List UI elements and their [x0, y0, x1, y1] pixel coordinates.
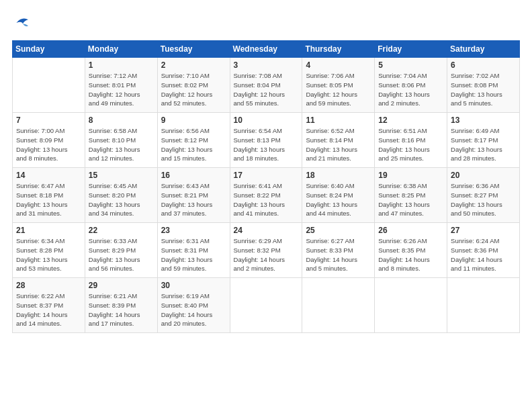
day-number: 22: [89, 226, 154, 235]
calendar-cell: [13, 58, 85, 113]
day-info: Sunrise: 6:41 AMSunset: 8:22 PMDaylight:…: [234, 181, 299, 218]
day-info: Sunrise: 7:04 AMSunset: 8:06 PMDaylight:…: [378, 71, 443, 108]
calendar-cell: 14Sunrise: 6:47 AMSunset: 8:18 PMDayligh…: [13, 168, 85, 223]
calendar-cell: 24Sunrise: 6:29 AMSunset: 8:32 PMDayligh…: [230, 223, 302, 278]
day-number: 10: [234, 116, 299, 125]
calendar-cell: 13Sunrise: 6:49 AMSunset: 8:17 PMDayligh…: [447, 113, 520, 168]
day-info: Sunrise: 6:21 AMSunset: 8:39 PMDaylight:…: [89, 291, 154, 328]
day-info: Sunrise: 6:31 AMSunset: 8:31 PMDaylight:…: [161, 236, 226, 273]
calendar-cell: 18Sunrise: 6:40 AMSunset: 8:24 PMDayligh…: [302, 168, 375, 223]
day-info: Sunrise: 7:10 AMSunset: 8:02 PMDaylight:…: [161, 71, 226, 108]
logo-icon: [12, 12, 34, 34]
day-number: 12: [378, 116, 443, 125]
day-number: 26: [378, 226, 443, 235]
day-number: 14: [16, 171, 81, 180]
page: SundayMondayTuesdayWednesdayThursdayFrid…: [0, 0, 532, 340]
calendar-cell: 25Sunrise: 6:27 AMSunset: 8:33 PMDayligh…: [302, 223, 375, 278]
calendar-cell: 30Sunrise: 6:19 AMSunset: 8:40 PMDayligh…: [157, 278, 230, 333]
day-number: 8: [89, 116, 154, 125]
calendar-cell: 22Sunrise: 6:33 AMSunset: 8:29 PMDayligh…: [85, 223, 157, 278]
day-info: Sunrise: 6:52 AMSunset: 8:14 PMDaylight:…: [306, 126, 371, 163]
day-info: Sunrise: 6:26 AMSunset: 8:35 PMDaylight:…: [378, 236, 443, 273]
day-info: Sunrise: 6:38 AMSunset: 8:25 PMDaylight:…: [378, 181, 443, 218]
day-info: Sunrise: 6:27 AMSunset: 8:33 PMDaylight:…: [306, 236, 371, 273]
calendar-cell: 23Sunrise: 6:31 AMSunset: 8:31 PMDayligh…: [157, 223, 230, 278]
calendar-cell: [230, 278, 302, 333]
calendar-cell: 8Sunrise: 6:58 AMSunset: 8:10 PMDaylight…: [85, 113, 157, 168]
day-number: 25: [306, 226, 371, 235]
day-info: Sunrise: 7:08 AMSunset: 8:04 PMDaylight:…: [234, 71, 299, 108]
header-day-sunday: Sunday: [13, 41, 85, 58]
day-number: 16: [161, 171, 226, 180]
day-number: 11: [306, 116, 371, 125]
day-number: 28: [16, 281, 81, 290]
header-row: SundayMondayTuesdayWednesdayThursdayFrid…: [13, 41, 520, 58]
header-day-saturday: Saturday: [447, 41, 520, 58]
day-number: 4: [306, 60, 371, 70]
calendar-cell: 27Sunrise: 6:24 AMSunset: 8:36 PMDayligh…: [447, 223, 520, 278]
calendar-cell: 11Sunrise: 6:52 AMSunset: 8:14 PMDayligh…: [302, 113, 375, 168]
header-day-monday: Monday: [85, 41, 157, 58]
calendar-cell: 12Sunrise: 6:51 AMSunset: 8:16 PMDayligh…: [375, 113, 447, 168]
calendar-cell: [302, 278, 375, 333]
calendar-cell: 29Sunrise: 6:21 AMSunset: 8:39 PMDayligh…: [85, 278, 157, 333]
day-number: 13: [451, 116, 516, 125]
day-info: Sunrise: 6:33 AMSunset: 8:29 PMDaylight:…: [89, 236, 154, 273]
day-number: 27: [451, 226, 516, 235]
day-info: Sunrise: 6:36 AMSunset: 8:27 PMDaylight:…: [451, 181, 516, 218]
day-number: 24: [234, 226, 299, 235]
day-number: 2: [161, 60, 226, 70]
header-day-tuesday: Tuesday: [157, 41, 230, 58]
day-info: Sunrise: 6:51 AMSunset: 8:16 PMDaylight:…: [378, 126, 443, 163]
day-number: 19: [378, 171, 443, 180]
day-info: Sunrise: 7:00 AMSunset: 8:09 PMDaylight:…: [16, 126, 81, 163]
day-info: Sunrise: 6:29 AMSunset: 8:32 PMDaylight:…: [234, 236, 299, 273]
calendar-body: 1Sunrise: 7:12 AMSunset: 8:01 PMDaylight…: [13, 58, 520, 333]
day-info: Sunrise: 6:34 AMSunset: 8:28 PMDaylight:…: [16, 236, 81, 273]
day-number: 5: [378, 60, 443, 70]
day-number: 1: [89, 60, 154, 70]
header-day-friday: Friday: [375, 41, 447, 58]
day-info: Sunrise: 6:45 AMSunset: 8:20 PMDaylight:…: [89, 181, 154, 218]
day-info: Sunrise: 6:22 AMSunset: 8:37 PMDaylight:…: [16, 291, 81, 328]
day-info: Sunrise: 7:06 AMSunset: 8:05 PMDaylight:…: [306, 71, 371, 108]
calendar-cell: 20Sunrise: 6:36 AMSunset: 8:27 PMDayligh…: [447, 168, 520, 223]
day-number: 6: [451, 60, 516, 70]
day-number: 18: [306, 171, 371, 180]
week-row-4: 21Sunrise: 6:34 AMSunset: 8:28 PMDayligh…: [13, 223, 520, 278]
calendar-cell: 10Sunrise: 6:54 AMSunset: 8:13 PMDayligh…: [230, 113, 302, 168]
week-row-1: 1Sunrise: 7:12 AMSunset: 8:01 PMDaylight…: [13, 58, 520, 113]
week-row-3: 14Sunrise: 6:47 AMSunset: 8:18 PMDayligh…: [13, 168, 520, 223]
day-number: 23: [161, 226, 226, 235]
calendar-cell: 26Sunrise: 6:26 AMSunset: 8:35 PMDayligh…: [375, 223, 447, 278]
day-number: 15: [89, 171, 154, 180]
calendar-cell: 15Sunrise: 6:45 AMSunset: 8:20 PMDayligh…: [85, 168, 157, 223]
day-info: Sunrise: 6:49 AMSunset: 8:17 PMDaylight:…: [451, 126, 516, 163]
day-number: 30: [161, 281, 226, 290]
day-number: 3: [234, 60, 299, 70]
day-info: Sunrise: 7:12 AMSunset: 8:01 PMDaylight:…: [89, 71, 154, 108]
day-number: 20: [451, 171, 516, 180]
header-day-wednesday: Wednesday: [230, 41, 302, 58]
header-day-thursday: Thursday: [302, 41, 375, 58]
day-info: Sunrise: 6:40 AMSunset: 8:24 PMDaylight:…: [306, 181, 371, 218]
calendar-cell: 16Sunrise: 6:43 AMSunset: 8:21 PMDayligh…: [157, 168, 230, 223]
calendar-table: SundayMondayTuesdayWednesdayThursdayFrid…: [12, 40, 520, 333]
calendar-cell: 5Sunrise: 7:04 AMSunset: 8:06 PMDaylight…: [375, 58, 447, 113]
week-row-5: 28Sunrise: 6:22 AMSunset: 8:37 PMDayligh…: [13, 278, 520, 333]
calendar-cell: [447, 278, 520, 333]
day-info: Sunrise: 7:02 AMSunset: 8:08 PMDaylight:…: [451, 71, 516, 108]
day-number: 7: [16, 116, 81, 125]
day-info: Sunrise: 6:19 AMSunset: 8:40 PMDaylight:…: [161, 291, 226, 328]
day-number: 29: [89, 281, 154, 290]
week-row-2: 7Sunrise: 7:00 AMSunset: 8:09 PMDaylight…: [13, 113, 520, 168]
logo: [12, 12, 36, 34]
day-number: 21: [16, 226, 81, 235]
day-info: Sunrise: 6:47 AMSunset: 8:18 PMDaylight:…: [16, 181, 81, 218]
day-info: Sunrise: 6:24 AMSunset: 8:36 PMDaylight:…: [451, 236, 516, 273]
day-number: 9: [161, 116, 226, 125]
calendar-cell: 3Sunrise: 7:08 AMSunset: 8:04 PMDaylight…: [230, 58, 302, 113]
calendar-cell: 17Sunrise: 6:41 AMSunset: 8:22 PMDayligh…: [230, 168, 302, 223]
calendar-cell: 28Sunrise: 6:22 AMSunset: 8:37 PMDayligh…: [13, 278, 85, 333]
header: [12, 12, 520, 34]
